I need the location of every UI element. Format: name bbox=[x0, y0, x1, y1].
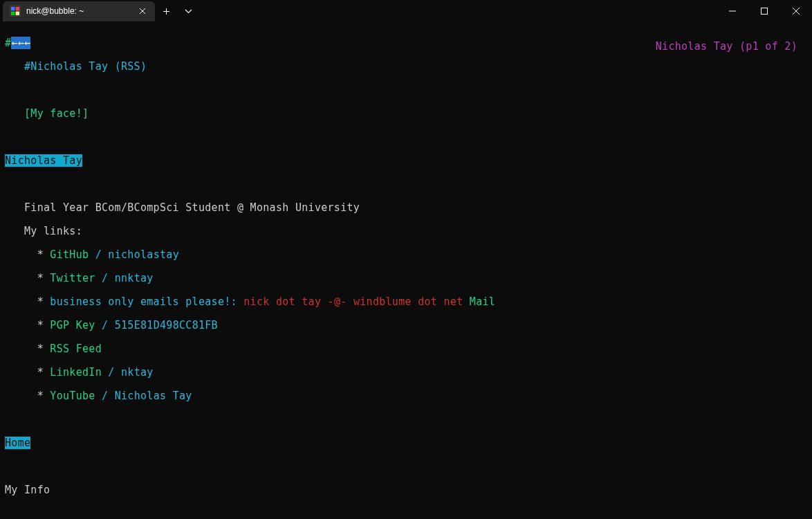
terminal-tab[interactable]: nick@bubble: ~ bbox=[3, 1, 155, 21]
name-heading: Nicholas Tay bbox=[5, 154, 82, 167]
section-myinfo-title: My Info bbox=[5, 484, 807, 496]
page-indicator: Nicholas Tay (p1 of 2) bbox=[656, 41, 797, 53]
handle-twitter: nnktay bbox=[115, 272, 154, 284]
svg-rect-5 bbox=[762, 8, 768, 15]
window-controls bbox=[717, 0, 812, 22]
tab-title: nick@bubble: ~ bbox=[26, 6, 131, 17]
page-title-line: #Nicholas Tay (RSS) bbox=[5, 60, 147, 73]
link-pgp[interactable]: PGP Key bbox=[50, 319, 95, 331]
tab-close-button[interactable] bbox=[137, 6, 148, 17]
svg-rect-3 bbox=[11, 12, 15, 16]
face-link[interactable]: [My face!] bbox=[5, 107, 89, 120]
link-rss[interactable]: RSS Feed bbox=[50, 343, 102, 355]
handle-github: nicholastay bbox=[108, 248, 179, 261]
link-youtube[interactable]: YouTube bbox=[50, 390, 95, 402]
home-heading: Home bbox=[5, 437, 30, 449]
svg-rect-2 bbox=[16, 7, 20, 11]
terminal-icon bbox=[10, 6, 21, 17]
minimize-button[interactable] bbox=[717, 0, 748, 22]
email-prefix: business only emails please! bbox=[50, 295, 230, 308]
prompt-hash: # bbox=[5, 37, 11, 49]
new-tab-button[interactable] bbox=[155, 1, 177, 21]
link-github[interactable]: GitHub bbox=[50, 248, 89, 261]
email-address: nick dot tay -@- windblume dot net bbox=[243, 295, 463, 308]
maximize-button[interactable] bbox=[748, 0, 780, 22]
close-button[interactable] bbox=[780, 0, 812, 22]
terminal-content[interactable]: #←←←Nicholas Tay (p1 of 2) #Nicholas Tay… bbox=[0, 22, 812, 519]
window-titlebar: nick@bubble: ~ bbox=[0, 0, 812, 22]
handle-linkedin: nktay bbox=[121, 366, 154, 379]
intro-student: Final Year BCom/BCompSci Student @ Monas… bbox=[5, 202, 807, 214]
nav-arrows: ←←← bbox=[11, 37, 30, 49]
handle-pgp: 515E81D498CC81FB bbox=[115, 319, 218, 331]
svg-rect-4 bbox=[16, 12, 20, 16]
handle-youtube: Nicholas Tay bbox=[115, 390, 192, 402]
link-twitter[interactable]: Twitter bbox=[50, 272, 95, 284]
tab-dropdown-button[interactable] bbox=[177, 1, 199, 21]
svg-rect-1 bbox=[11, 7, 15, 11]
intro-links: My links: bbox=[5, 226, 807, 237]
link-linkedin[interactable]: LinkedIn bbox=[50, 366, 102, 379]
link-mail[interactable]: Mail bbox=[463, 295, 496, 308]
